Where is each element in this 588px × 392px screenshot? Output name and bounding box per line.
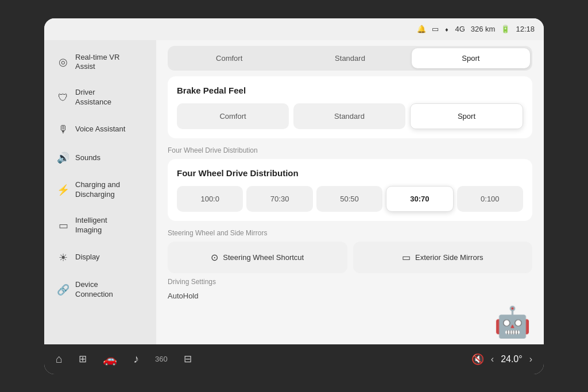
brake-standard-btn[interactable]: Standard bbox=[293, 103, 405, 129]
home-icon[interactable]: ⌂ bbox=[56, 352, 63, 366]
main-screen: 🔔 ▭ ⬧ 4G 326 km 🔋 12:18 ◎ Real-time VRAs… bbox=[44, 18, 544, 374]
autohold-label: AutoHold bbox=[168, 292, 198, 300]
driver-assistance-label: DriverAssistance bbox=[75, 88, 111, 107]
drive-70-30[interactable]: 70:30 bbox=[246, 186, 312, 212]
battery-range: 326 km bbox=[471, 25, 496, 33]
charging-icon: ⚡ bbox=[57, 184, 69, 196]
drive-0-100[interactable]: 0:100 bbox=[457, 186, 523, 212]
steering-btn-label: Steering Wheel Shortcut bbox=[223, 253, 304, 262]
drive-30-70[interactable]: 30:70 bbox=[386, 186, 453, 212]
brake-pedal-options: Comfort Standard Sport bbox=[177, 103, 523, 129]
brake-comfort-btn[interactable]: Comfort bbox=[177, 103, 289, 129]
drive-100-0[interactable]: 100:0 bbox=[177, 186, 243, 212]
sidebar-item-charging[interactable]: ⚡ Charging andDischarging bbox=[48, 173, 153, 207]
temperature-display: 24.0° bbox=[501, 354, 523, 364]
display-icon: ☀ bbox=[57, 251, 69, 264]
bluetooth-icon: ⬧ bbox=[444, 25, 449, 33]
steering-section-label: Steering Wheel and Side Mirrors bbox=[168, 229, 532, 237]
bottom-controls: 🔇 ‹ 24.0° › bbox=[471, 353, 532, 366]
segment-comfort-top[interactable]: Comfort bbox=[170, 48, 288, 68]
steering-icon: ⊙ bbox=[211, 252, 218, 263]
sidebar-item-driver-assistance[interactable]: 🛡 DriverAssistance bbox=[48, 81, 153, 114]
sounds-icon: 🔊 bbox=[57, 152, 69, 164]
steering-action-grid: ⊙ Steering Wheel Shortcut ▭ Exterior Sid… bbox=[168, 242, 532, 273]
device-connection-label: DeviceConnection bbox=[75, 280, 113, 300]
realtime-vr-icon: ◎ bbox=[57, 56, 69, 68]
bottom-nav: ⌂ ⊞ 🚗 ♪ 360 ⊟ bbox=[56, 352, 192, 366]
mute-icon[interactable]: 🔇 bbox=[471, 353, 484, 366]
mirrors-btn-label: Exterior Side Mirrors bbox=[415, 253, 483, 262]
drive-distribution-options: 100:0 70:30 50:50 30:70 0:100 bbox=[177, 186, 523, 212]
temp-increase-icon[interactable]: › bbox=[529, 354, 532, 364]
realtime-vr-label: Real-time VRAssist bbox=[75, 53, 119, 72]
mirrors-icon: ▭ bbox=[402, 252, 411, 263]
brake-pedal-title: Brake Pedal Feel bbox=[177, 86, 523, 95]
camera-icon: ▭ bbox=[432, 25, 439, 33]
car-icon[interactable]: 🚗 bbox=[103, 352, 117, 366]
sidebar: ◎ Real-time VRAssist 🛡 DriverAssistance … bbox=[44, 40, 156, 344]
segment-sport-top[interactable]: Sport bbox=[412, 48, 530, 68]
brake-pedal-section: Brake Pedal Feel Comfort Standard Sport bbox=[168, 76, 532, 138]
notification-icon: 🔔 bbox=[417, 25, 426, 33]
bottom-bar: ⌂ ⊞ 🚗 ♪ 360 ⊟ 🔇 ‹ 24.0° › bbox=[44, 344, 544, 374]
signal-icon: 4G bbox=[455, 25, 465, 33]
apps-icon[interactable]: ⊟ bbox=[184, 353, 192, 365]
driving-settings-label: Driving Settings bbox=[168, 278, 532, 286]
top-segment-control: Comfort Standard Sport bbox=[168, 46, 532, 71]
segment-standard-top[interactable]: Standard bbox=[291, 48, 409, 68]
status-bar: 🔔 ▭ ⬧ 4G 326 km 🔋 12:18 bbox=[44, 18, 544, 40]
device-connection-icon: 🔗 bbox=[57, 284, 69, 296]
voice-assistant-icon: 🎙 bbox=[57, 123, 69, 135]
360-icon[interactable]: 360 bbox=[155, 355, 168, 363]
four-wheel-section-label: Four Wheel Drive Distribution bbox=[168, 146, 532, 154]
sidebar-item-device-connection[interactable]: 🔗 DeviceConnection bbox=[48, 273, 153, 306]
clock: 12:18 bbox=[516, 25, 535, 33]
sounds-label: Sounds bbox=[75, 153, 100, 163]
display-label: Display bbox=[75, 253, 100, 262]
music-icon[interactable]: ♪ bbox=[133, 352, 139, 366]
temperature-value: 24.0° bbox=[501, 354, 523, 364]
autohold-item: AutoHold bbox=[168, 288, 532, 304]
exterior-side-mirrors-btn[interactable]: ▭ Exterior Side Mirrors bbox=[353, 242, 533, 273]
intelligent-imaging-icon: ▭ bbox=[57, 219, 69, 232]
driver-assistance-icon: 🛡 bbox=[57, 92, 69, 104]
drive-50-50[interactable]: 50:50 bbox=[316, 186, 382, 212]
sidebar-item-display[interactable]: ☀ Display bbox=[48, 244, 153, 271]
voice-assistant-label: Voice Assistant bbox=[75, 125, 125, 134]
robot-mascot: 🤖 bbox=[494, 305, 531, 340]
steering-wheel-shortcut-btn[interactable]: ⊙ Steering Wheel Shortcut bbox=[168, 242, 347, 273]
main-layout: ◎ Real-time VRAssist 🛡 DriverAssistance … bbox=[44, 40, 544, 344]
sidebar-item-intelligent-imaging[interactable]: ▭ IntelligentImaging bbox=[48, 209, 153, 242]
sidebar-item-realtime-vr[interactable]: ◎ Real-time VRAssist bbox=[48, 46, 153, 79]
four-wheel-title: Four Wheel Drive Distribution bbox=[177, 168, 523, 178]
sidebar-item-sounds[interactable]: 🔊 Sounds bbox=[48, 145, 153, 171]
brake-sport-btn[interactable]: Sport bbox=[410, 103, 523, 129]
four-wheel-section: Four Wheel Drive Distribution 100:0 70:3… bbox=[168, 159, 532, 221]
intelligent-imaging-label: IntelligentImaging bbox=[75, 216, 107, 235]
content-area: Comfort Standard Sport Brake Pedal Feel … bbox=[156, 40, 544, 344]
battery-icon: 🔋 bbox=[501, 25, 510, 33]
charging-label: Charging andDischarging bbox=[75, 180, 120, 200]
sidebar-item-voice-assistant[interactable]: 🎙 Voice Assistant bbox=[48, 117, 153, 142]
grid-icon[interactable]: ⊞ bbox=[79, 353, 87, 365]
temp-decrease-icon[interactable]: ‹ bbox=[491, 354, 494, 364]
